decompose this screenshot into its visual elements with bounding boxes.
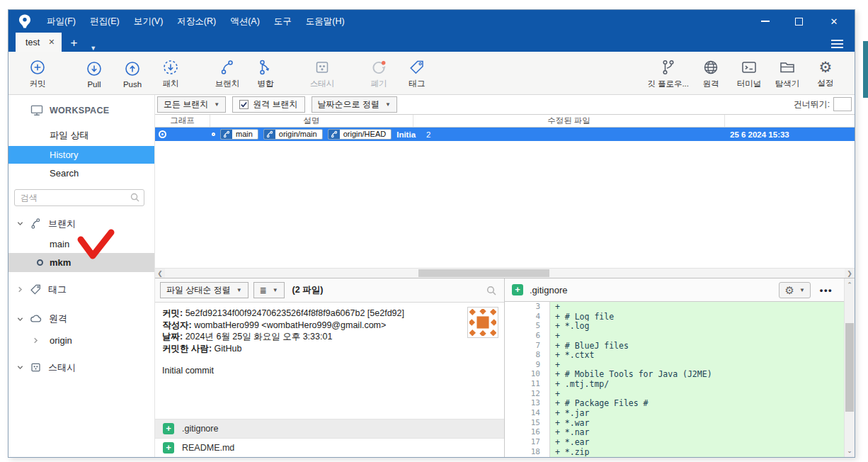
sidebar-item-search[interactable]: Search <box>8 164 154 182</box>
sidebar-search-input[interactable] <box>14 189 144 206</box>
branch-button[interactable]: 브랜치 <box>208 55 246 91</box>
menu-repository[interactable]: 저장소(R) <box>170 10 223 33</box>
diff-line-text: + *.war <box>550 418 844 428</box>
commit-message: Initia <box>396 130 416 139</box>
remote-button[interactable]: 원격 <box>692 55 730 91</box>
branch-badge: origin/HEAD <box>328 129 392 140</box>
sort-order-dropdown[interactable]: 날짜순으로 정렬 ▼ <box>312 96 397 113</box>
git-flow-button[interactable]: 깃 플로우... <box>644 55 692 91</box>
column-description[interactable]: 설명 <box>210 115 413 127</box>
column-modified-files[interactable]: 수정된 파일 <box>413 115 725 127</box>
sidebar-section-tags[interactable]: 태그 <box>8 278 154 301</box>
sidebar: WORKSPACE 파일 상태 History Search 브랜치 <box>8 95 155 457</box>
graph-cell <box>155 130 210 138</box>
menu-edit[interactable]: 편집(E) <box>83 10 127 33</box>
merge-button[interactable]: 병합 <box>246 55 285 91</box>
sidebar-item-history[interactable]: History <box>8 146 154 164</box>
discard-button[interactable]: 폐기 <box>360 55 398 91</box>
skip-control: 건너뛰기: <box>794 97 852 111</box>
close-button[interactable]: ✕ <box>829 16 839 27</box>
skip-input[interactable] <box>833 97 852 111</box>
sidebar-item-file-status[interactable]: 파일 상태 <box>8 125 154 145</box>
hamburger-menu-icon[interactable] <box>831 40 843 48</box>
diff-line-text: + *.jar <box>550 408 844 418</box>
minimize-button[interactable] <box>761 21 771 22</box>
file-count-label: (2 파일) <box>292 284 324 296</box>
branch-filter-dropdown[interactable]: 모든 브랜치 ▼ <box>157 96 226 113</box>
git-flow-icon <box>659 58 678 77</box>
diff-options-button[interactable]: ⚙ ▼ <box>779 282 810 298</box>
diff-line: 11+ .mtj.tmp/ <box>505 379 844 389</box>
menu-tools[interactable]: 도구 <box>267 10 299 33</box>
sidebar-branch-mkm[interactable]: mkm <box>8 253 154 272</box>
globe-icon <box>702 58 720 77</box>
menu-actions[interactable]: 액션(A) <box>223 10 267 33</box>
sidebar-section-branches[interactable]: 브랜치 <box>8 212 154 235</box>
new-tab-button[interactable]: + <box>62 35 86 52</box>
menu-help[interactable]: 도움말(H) <box>299 10 352 33</box>
toolbar-right-group: 깃 플로우... 원격 터미널 탐색기 <box>644 55 845 91</box>
stash-icon <box>313 58 331 77</box>
pull-button[interactable]: Pull <box>75 57 113 90</box>
branch-badge-icon <box>329 130 340 139</box>
modified-files-count: 2 <box>426 130 430 139</box>
file-row-readme[interactable]: + README.md <box>155 438 504 457</box>
search-icon[interactable] <box>486 285 497 296</box>
file-row-gitignore[interactable]: + .gitignore <box>155 419 504 438</box>
diff-line-number: 12 <box>505 389 550 399</box>
sidebar-branch-main[interactable]: main <box>8 235 154 253</box>
commit-message-full: Initial commit <box>162 365 497 377</box>
menu-view[interactable]: 보기(V) <box>127 10 171 33</box>
scroll-right-icon[interactable]: ❯ <box>845 269 855 278</box>
maximize-button[interactable] <box>795 18 805 26</box>
diff-line-number: 16 <box>505 427 550 437</box>
menu-file[interactable]: 파일(F) <box>40 10 83 33</box>
commit-button[interactable]: 커밋 <box>18 55 57 91</box>
patch-button[interactable]: 패치 <box>152 55 190 91</box>
view-mode-dropdown[interactable]: ≣ ▼ <box>253 282 285 298</box>
scroll-left-icon[interactable]: ❮ <box>155 269 165 278</box>
branch-badge-icon <box>264 130 275 139</box>
diff-line-number: 8 <box>505 350 550 360</box>
chevron-down-icon: ▼ <box>236 287 242 293</box>
settings-button[interactable]: ⚙ 설정 <box>806 55 845 91</box>
sidebar-section-stash[interactable]: 스태시 <box>8 356 154 379</box>
tab-close-icon[interactable]: ✕ <box>48 38 55 47</box>
stash-button[interactable]: 스태시 <box>303 55 341 91</box>
diff-content: 3+ 4+ # Log file 5+ *.log 6+ 7+ # BlueJ … <box>505 302 844 457</box>
vertical-scrollbar-thumb[interactable] <box>845 323 854 412</box>
file-sort-dropdown[interactable]: 파일 상태순 정렬 ▼ <box>160 282 249 298</box>
sidebar-remote-origin[interactable]: origin <box>8 331 154 350</box>
remote-branches-checkbox[interactable] <box>239 100 249 109</box>
more-options-button[interactable]: ••• <box>817 285 835 295</box>
horizontal-scrollbar[interactable]: ❮ ❯ <box>155 268 855 278</box>
scroll-up-icon[interactable]: ⌃ <box>845 280 855 290</box>
horizontal-scrollbar-thumb[interactable] <box>418 269 549 277</box>
remote-branches-checkbox-group[interactable]: 원격 브랜치 <box>232 96 304 113</box>
diff-line-number: 9 <box>505 360 550 370</box>
diff-line-text: + .mtj.tmp/ <box>550 379 844 389</box>
stash-icon <box>29 361 42 374</box>
terminal-button[interactable]: 터미널 <box>730 55 768 91</box>
scroll-down-icon[interactable]: ⌄ <box>845 446 855 456</box>
terminal-icon <box>740 58 758 77</box>
column-graph[interactable]: 그래프 <box>155 115 210 127</box>
sidebar-section-remotes[interactable]: 원격 <box>8 307 154 331</box>
column-date[interactable] <box>725 115 855 127</box>
explorer-button[interactable]: 탐색기 <box>768 55 806 91</box>
chevron-down-icon <box>17 364 23 371</box>
tab-test[interactable]: test ✕ <box>16 33 62 52</box>
diff-line-text: + # BlueJ files <box>550 341 844 351</box>
tag-button[interactable]: 태그 <box>398 55 436 91</box>
diff-line-text: + *.zip <box>550 447 844 457</box>
diff-line-text: + *.ear <box>550 437 844 447</box>
tab-dropdown-icon[interactable]: ▼ <box>86 45 101 52</box>
push-button[interactable]: Push <box>113 57 152 90</box>
history-column-header: 그래프 설명 수정된 파일 <box>155 114 855 128</box>
diff-vertical-scrollbar[interactable]: ⌃ ⌄ <box>844 278 855 457</box>
file-list-toolbar: 파일 상태순 정렬 ▼ ≣ ▼ (2 파일) <box>155 278 504 303</box>
main-toolbar: 커밋 Pull Push 패치 브랜치 <box>8 52 855 95</box>
commit-row[interactable]: main origin/main origin/HEAD Initia 2 25… <box>155 128 855 141</box>
diff-line-number: 7 <box>505 341 550 351</box>
diff-line: 17+ *.ear <box>505 437 844 447</box>
